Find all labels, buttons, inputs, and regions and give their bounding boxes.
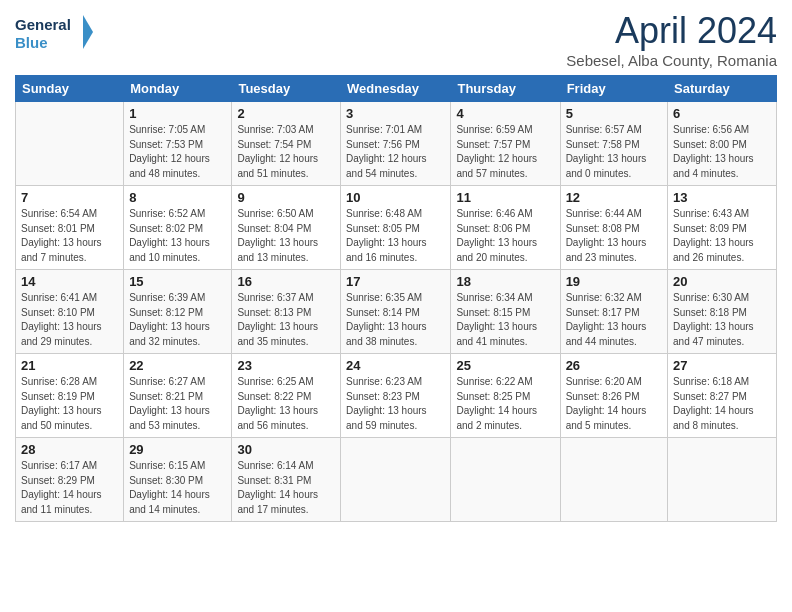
day-number: 11	[456, 190, 554, 205]
day-info: Sunrise: 6:22 AMSunset: 8:25 PMDaylight:…	[456, 375, 554, 433]
day-number: 2	[237, 106, 335, 121]
calendar-cell: 26Sunrise: 6:20 AMSunset: 8:26 PMDayligh…	[560, 354, 667, 438]
day-info: Sunrise: 6:48 AMSunset: 8:05 PMDaylight:…	[346, 207, 445, 265]
day-number: 25	[456, 358, 554, 373]
calendar-week-row: 7Sunrise: 6:54 AMSunset: 8:01 PMDaylight…	[16, 186, 777, 270]
day-number: 27	[673, 358, 771, 373]
calendar-cell: 4Sunrise: 6:59 AMSunset: 7:57 PMDaylight…	[451, 102, 560, 186]
day-number: 24	[346, 358, 445, 373]
day-info: Sunrise: 6:59 AMSunset: 7:57 PMDaylight:…	[456, 123, 554, 181]
day-info: Sunrise: 6:43 AMSunset: 8:09 PMDaylight:…	[673, 207, 771, 265]
day-info: Sunrise: 6:37 AMSunset: 8:13 PMDaylight:…	[237, 291, 335, 349]
calendar-cell: 8Sunrise: 6:52 AMSunset: 8:02 PMDaylight…	[124, 186, 232, 270]
day-info: Sunrise: 6:54 AMSunset: 8:01 PMDaylight:…	[21, 207, 118, 265]
svg-marker-2	[83, 15, 93, 49]
day-info: Sunrise: 7:03 AMSunset: 7:54 PMDaylight:…	[237, 123, 335, 181]
day-number: 4	[456, 106, 554, 121]
day-info: Sunrise: 7:01 AMSunset: 7:56 PMDaylight:…	[346, 123, 445, 181]
calendar-cell: 23Sunrise: 6:25 AMSunset: 8:22 PMDayligh…	[232, 354, 341, 438]
calendar-cell	[16, 102, 124, 186]
day-number: 5	[566, 106, 662, 121]
calendar-cell: 3Sunrise: 7:01 AMSunset: 7:56 PMDaylight…	[341, 102, 451, 186]
calendar-cell: 24Sunrise: 6:23 AMSunset: 8:23 PMDayligh…	[341, 354, 451, 438]
calendar-cell: 19Sunrise: 6:32 AMSunset: 8:17 PMDayligh…	[560, 270, 667, 354]
calendar-table: SundayMondayTuesdayWednesdayThursdayFrid…	[15, 75, 777, 522]
day-number: 6	[673, 106, 771, 121]
day-info: Sunrise: 6:27 AMSunset: 8:21 PMDaylight:…	[129, 375, 226, 433]
calendar-cell: 27Sunrise: 6:18 AMSunset: 8:27 PMDayligh…	[668, 354, 777, 438]
calendar-cell: 11Sunrise: 6:46 AMSunset: 8:06 PMDayligh…	[451, 186, 560, 270]
day-number: 10	[346, 190, 445, 205]
header-day: Friday	[560, 76, 667, 102]
calendar-week-row: 21Sunrise: 6:28 AMSunset: 8:19 PMDayligh…	[16, 354, 777, 438]
calendar-cell: 18Sunrise: 6:34 AMSunset: 8:15 PMDayligh…	[451, 270, 560, 354]
day-info: Sunrise: 6:14 AMSunset: 8:31 PMDaylight:…	[237, 459, 335, 517]
logo-svg: General Blue	[15, 10, 95, 55]
day-number: 8	[129, 190, 226, 205]
calendar-cell: 15Sunrise: 6:39 AMSunset: 8:12 PMDayligh…	[124, 270, 232, 354]
calendar-cell: 29Sunrise: 6:15 AMSunset: 8:30 PMDayligh…	[124, 438, 232, 522]
day-info: Sunrise: 6:56 AMSunset: 8:00 PMDaylight:…	[673, 123, 771, 181]
day-info: Sunrise: 6:50 AMSunset: 8:04 PMDaylight:…	[237, 207, 335, 265]
calendar-body: 1Sunrise: 7:05 AMSunset: 7:53 PMDaylight…	[16, 102, 777, 522]
calendar-cell	[668, 438, 777, 522]
day-number: 15	[129, 274, 226, 289]
day-number: 19	[566, 274, 662, 289]
calendar-cell: 30Sunrise: 6:14 AMSunset: 8:31 PMDayligh…	[232, 438, 341, 522]
day-number: 7	[21, 190, 118, 205]
title-area: April 2024 Sebesel, Alba County, Romania	[566, 10, 777, 69]
calendar-cell	[560, 438, 667, 522]
svg-text:General: General	[15, 16, 71, 33]
calendar-cell: 21Sunrise: 6:28 AMSunset: 8:19 PMDayligh…	[16, 354, 124, 438]
header-day: Sunday	[16, 76, 124, 102]
day-number: 29	[129, 442, 226, 457]
page: General Blue April 2024 Sebesel, Alba Co…	[0, 0, 792, 612]
calendar-cell: 22Sunrise: 6:27 AMSunset: 8:21 PMDayligh…	[124, 354, 232, 438]
day-number: 16	[237, 274, 335, 289]
day-info: Sunrise: 6:32 AMSunset: 8:17 PMDaylight:…	[566, 291, 662, 349]
day-number: 28	[21, 442, 118, 457]
day-info: Sunrise: 7:05 AMSunset: 7:53 PMDaylight:…	[129, 123, 226, 181]
day-number: 1	[129, 106, 226, 121]
day-info: Sunrise: 6:15 AMSunset: 8:30 PMDaylight:…	[129, 459, 226, 517]
logo: General Blue	[15, 10, 95, 55]
day-number: 3	[346, 106, 445, 121]
day-info: Sunrise: 6:17 AMSunset: 8:29 PMDaylight:…	[21, 459, 118, 517]
day-info: Sunrise: 6:30 AMSunset: 8:18 PMDaylight:…	[673, 291, 771, 349]
header: General Blue April 2024 Sebesel, Alba Co…	[15, 10, 777, 69]
location: Sebesel, Alba County, Romania	[566, 52, 777, 69]
day-number: 30	[237, 442, 335, 457]
header-day: Thursday	[451, 76, 560, 102]
day-number: 12	[566, 190, 662, 205]
day-number: 23	[237, 358, 335, 373]
day-info: Sunrise: 6:46 AMSunset: 8:06 PMDaylight:…	[456, 207, 554, 265]
day-info: Sunrise: 6:34 AMSunset: 8:15 PMDaylight:…	[456, 291, 554, 349]
calendar-cell: 5Sunrise: 6:57 AMSunset: 7:58 PMDaylight…	[560, 102, 667, 186]
calendar-cell: 14Sunrise: 6:41 AMSunset: 8:10 PMDayligh…	[16, 270, 124, 354]
day-number: 14	[21, 274, 118, 289]
calendar-header: SundayMondayTuesdayWednesdayThursdayFrid…	[16, 76, 777, 102]
calendar-cell	[451, 438, 560, 522]
day-info: Sunrise: 6:25 AMSunset: 8:22 PMDaylight:…	[237, 375, 335, 433]
header-day: Tuesday	[232, 76, 341, 102]
calendar-week-row: 28Sunrise: 6:17 AMSunset: 8:29 PMDayligh…	[16, 438, 777, 522]
calendar-cell: 9Sunrise: 6:50 AMSunset: 8:04 PMDaylight…	[232, 186, 341, 270]
calendar-cell: 20Sunrise: 6:30 AMSunset: 8:18 PMDayligh…	[668, 270, 777, 354]
day-info: Sunrise: 6:39 AMSunset: 8:12 PMDaylight:…	[129, 291, 226, 349]
calendar-cell: 13Sunrise: 6:43 AMSunset: 8:09 PMDayligh…	[668, 186, 777, 270]
day-number: 9	[237, 190, 335, 205]
day-info: Sunrise: 6:52 AMSunset: 8:02 PMDaylight:…	[129, 207, 226, 265]
day-number: 26	[566, 358, 662, 373]
day-info: Sunrise: 6:18 AMSunset: 8:27 PMDaylight:…	[673, 375, 771, 433]
day-info: Sunrise: 6:35 AMSunset: 8:14 PMDaylight:…	[346, 291, 445, 349]
day-info: Sunrise: 6:23 AMSunset: 8:23 PMDaylight:…	[346, 375, 445, 433]
day-number: 17	[346, 274, 445, 289]
day-number: 18	[456, 274, 554, 289]
header-day: Wednesday	[341, 76, 451, 102]
header-day: Monday	[124, 76, 232, 102]
header-day: Saturday	[668, 76, 777, 102]
day-info: Sunrise: 6:41 AMSunset: 8:10 PMDaylight:…	[21, 291, 118, 349]
calendar-cell: 2Sunrise: 7:03 AMSunset: 7:54 PMDaylight…	[232, 102, 341, 186]
day-number: 21	[21, 358, 118, 373]
calendar-cell: 1Sunrise: 7:05 AMSunset: 7:53 PMDaylight…	[124, 102, 232, 186]
